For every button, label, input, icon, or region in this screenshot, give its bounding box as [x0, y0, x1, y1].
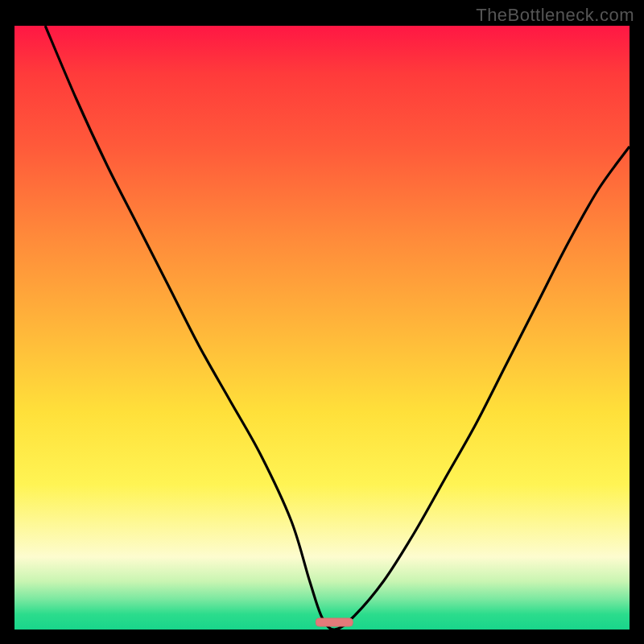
curve-svg [14, 26, 630, 630]
vertex-marker [316, 618, 353, 626]
plot-area [14, 26, 630, 630]
chart-frame: TheBottleneck.com [0, 0, 644, 644]
watermark-text: TheBottleneck.com [476, 5, 634, 26]
bottleneck-curve [45, 26, 630, 630]
